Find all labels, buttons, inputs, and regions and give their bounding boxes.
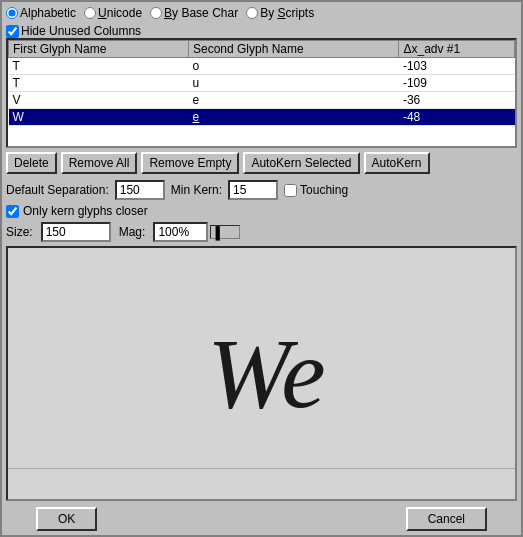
kern-table-container: First Glyph Name Second Glyph Name Δx_ad… (6, 38, 517, 148)
cell-first: T (9, 75, 189, 92)
preview-text: We (197, 324, 326, 424)
hide-unused-label: Hide Unused Columns (21, 24, 141, 38)
alphabetic-option[interactable]: Alphabetic (6, 6, 76, 20)
ok-button[interactable]: OK (36, 507, 97, 531)
autokern-selected-button[interactable]: AutoKern Selected (243, 152, 359, 174)
table-row[interactable]: T u -109 (9, 75, 515, 92)
touching-checkbox[interactable] (284, 184, 297, 197)
min-kern-input[interactable] (228, 180, 278, 200)
bottom-buttons: OK Cancel (6, 507, 517, 531)
cell-first: W (9, 109, 189, 126)
cell-delta: -103 (399, 58, 515, 75)
main-window: Alphabetic Unicode By Base Char By Scrip… (0, 0, 523, 537)
bybasechar-option[interactable]: By Base Char (150, 6, 238, 20)
hide-unused-checkbox[interactable] (6, 25, 19, 38)
byscripts-option[interactable]: By Scripts (246, 6, 314, 20)
cell-second: o (188, 58, 399, 75)
kern-table: First Glyph Name Second Glyph Name Δx_ad… (8, 40, 515, 126)
kern-table-scroll[interactable]: First Glyph Name Second Glyph Name Δx_ad… (8, 40, 515, 146)
mag-input[interactable] (153, 222, 208, 242)
cell-delta: -109 (399, 75, 515, 92)
separation-row: Default Separation: Min Kern: Touching (6, 180, 517, 200)
mag-control: ▐ (153, 222, 240, 242)
remove-empty-button[interactable]: Remove Empty (141, 152, 239, 174)
only-kern-row[interactable]: Only kern glyphs closer (6, 204, 517, 218)
size-label: Size: (6, 225, 33, 239)
default-separation-input[interactable] (115, 180, 165, 200)
action-buttons: Delete Remove All Remove Empty AutoKern … (6, 152, 517, 174)
cancel-button[interactable]: Cancel (406, 507, 487, 531)
only-kern-checkbox[interactable] (6, 205, 19, 218)
autokern-button[interactable]: AutoKern (364, 152, 430, 174)
sort-options-bar: Alphabetic Unicode By Base Char By Scrip… (6, 6, 517, 20)
delete-button[interactable]: Delete (6, 152, 57, 174)
touching-row: Touching (284, 183, 348, 197)
table-row[interactable]: T o -103 (9, 58, 515, 75)
cell-delta: -36 (399, 92, 515, 109)
cell-second: u (188, 75, 399, 92)
cell-second: e (188, 92, 399, 109)
cell-second: e (188, 109, 399, 126)
default-separation-label: Default Separation: (6, 183, 109, 197)
mag-label: Mag: (119, 225, 146, 239)
cell-first: V (9, 92, 189, 109)
size-input[interactable] (41, 222, 111, 242)
table-row[interactable]: W e -48 (9, 109, 515, 126)
cell-first: T (9, 58, 189, 75)
unicode-option[interactable]: Unicode (84, 6, 142, 20)
col-first-glyph: First Glyph Name (9, 41, 189, 58)
mag-slider[interactable]: ▐ (210, 225, 240, 239)
min-kern-label: Min Kern: (171, 183, 222, 197)
size-mag-row: Size: Mag: ▐ (6, 222, 517, 242)
preview-baseline (8, 468, 515, 469)
col-delta: Δx_adv #1 (399, 41, 515, 58)
remove-all-button[interactable]: Remove All (61, 152, 138, 174)
col-second-glyph: Second Glyph Name (188, 41, 399, 58)
touching-label: Touching (300, 183, 348, 197)
cell-delta: -48 (399, 109, 515, 126)
only-kern-label: Only kern glyphs closer (23, 204, 148, 218)
table-row[interactable]: V e -36 (9, 92, 515, 109)
preview-area: We (6, 246, 517, 501)
hide-unused-row[interactable]: Hide Unused Columns (6, 24, 517, 38)
